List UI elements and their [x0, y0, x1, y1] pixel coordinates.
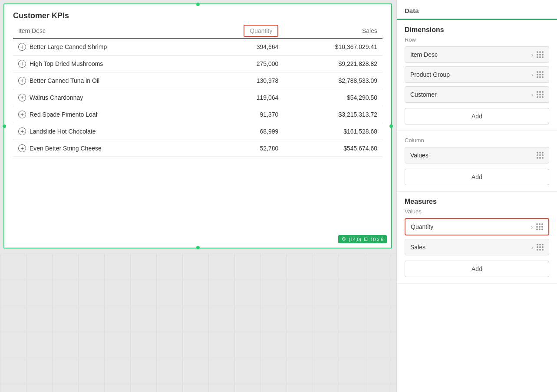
item-text: Even Better String Cheese: [30, 145, 102, 152]
quantity-controls: ›: [531, 223, 543, 230]
col-header-sales: Sales: [283, 24, 382, 38]
table-row[interactable]: +Even Better String Cheese52,780$545,674…: [13, 140, 382, 157]
size-text: 10 x 6: [370, 237, 383, 242]
table-cell-item: +Landslide Hot Chocolate: [13, 123, 199, 140]
column-add-button[interactable]: Add: [405, 169, 549, 185]
column-label: Column: [405, 137, 549, 144]
product-group-dimension[interactable]: Product Group ›: [405, 66, 549, 83]
quantity-grid-icon: [536, 223, 543, 230]
table-cell-sales: $545,674.60: [283, 140, 382, 157]
sales-grid-icon: [537, 244, 544, 251]
item-text: Red Spade Pimento Loaf: [30, 111, 97, 118]
resize-handle-left[interactable]: [3, 124, 6, 128]
table-cell-item: +Walrus Chardonnay: [13, 89, 199, 106]
position-text: (14,0): [349, 237, 361, 242]
measures-title: Measures: [405, 198, 549, 206]
expand-icon[interactable]: +: [18, 94, 26, 101]
table-cell-sales: $54,290.50: [283, 89, 382, 106]
expand-icon[interactable]: +: [18, 111, 26, 118]
expand-icon[interactable]: +: [18, 127, 26, 135]
gear-icon: ⚙: [342, 236, 346, 242]
quantity-chevron: ›: [531, 224, 533, 230]
product-group-label: Product Group: [410, 71, 450, 78]
table-cell-quantity: 52,780: [199, 140, 283, 157]
customer-dimension[interactable]: Customer ›: [405, 86, 549, 103]
table-row[interactable]: +Landslide Hot Chocolate68,999$161,528.6…: [13, 123, 382, 140]
values-controls: [537, 152, 544, 159]
customer-controls: ›: [531, 91, 544, 98]
dimensions-title: Dimensions: [405, 26, 549, 34]
values-dimension[interactable]: Values: [405, 147, 549, 163]
item-text: High Top Dried Mushrooms: [30, 60, 103, 67]
customer-label: Customer: [410, 91, 437, 98]
expand-icon[interactable]: +: [18, 77, 26, 85]
chart-title: Customer KPIs: [4, 4, 391, 24]
table-cell-quantity: 130,978: [199, 72, 283, 89]
resize-handle-right[interactable]: [389, 124, 393, 128]
table-row[interactable]: +Better Canned Tuna in Oil130,978$2,788,…: [13, 72, 382, 89]
item-desc-dimension[interactable]: Item Desc ›: [405, 46, 549, 63]
resize-handle-bottom[interactable]: [196, 246, 200, 249]
row-add-button[interactable]: Add: [405, 108, 549, 124]
resize-handle-top[interactable]: [196, 3, 200, 6]
values-label: Values: [410, 152, 428, 159]
item-desc-chevron: ›: [531, 52, 533, 58]
table-cell-quantity: 119,064: [199, 89, 283, 106]
col-header-item: Item Desc: [13, 24, 199, 38]
chart-widget[interactable]: Customer KPIs Item Desc Quantity Sales +…: [3, 3, 392, 248]
expand-icon[interactable]: +: [18, 144, 26, 152]
row-label: Row: [405, 36, 549, 43]
table-cell-sales: $3,215,313.72: [283, 106, 382, 123]
table-row[interactable]: +Better Large Canned Shrimp394,664$10,36…: [13, 38, 382, 56]
grid-canvas: [0, 254, 396, 392]
quantity-label: Quantity: [411, 223, 433, 230]
table-row[interactable]: +Walrus Chardonnay119,064$54,290.50: [13, 89, 382, 106]
item-text: Landslide Hot Chocolate: [30, 128, 96, 135]
table-cell-quantity: 68,999: [199, 123, 283, 140]
customer-chevron: ›: [531, 91, 533, 98]
measures-values-label: Values: [405, 208, 549, 215]
sales-label: Sales: [410, 244, 425, 251]
table-cell-item: +Better Canned Tuna in Oil: [13, 72, 199, 89]
main-canvas: Customer KPIs Item Desc Quantity Sales +…: [0, 0, 396, 392]
quantity-measure[interactable]: Quantity ›: [405, 218, 549, 235]
resize-icon: ⊡: [364, 236, 368, 242]
table-cell-sales: $161,528.68: [283, 123, 382, 140]
product-group-chevron: ›: [531, 72, 533, 78]
measures-add-button[interactable]: Add: [405, 261, 549, 277]
table-cell-item: +Red Spade Pimento Loaf: [13, 106, 199, 123]
table-cell-sales: $9,221,828.82: [283, 56, 382, 72]
table-cell-quantity: 91,370: [199, 106, 283, 123]
item-text: Walrus Chardonnay: [30, 94, 83, 101]
item-desc-controls: ›: [531, 51, 544, 58]
values-grid-icon: [537, 152, 544, 159]
col-header-quantity[interactable]: Quantity: [199, 24, 283, 38]
table-wrapper: Item Desc Quantity Sales +Better Large C…: [4, 24, 391, 157]
position-badge: ⚙ (14,0) ⊡ 10 x 6: [338, 235, 387, 243]
item-desc-grid-icon: [537, 51, 544, 58]
table-cell-item: +Even Better String Cheese: [13, 140, 199, 157]
sales-measure[interactable]: Sales ›: [405, 239, 549, 255]
table-cell-item: +High Top Dried Mushrooms: [13, 56, 199, 72]
expand-icon[interactable]: +: [18, 60, 26, 68]
data-table: Item Desc Quantity Sales +Better Large C…: [13, 24, 382, 157]
product-group-grid-icon: [537, 71, 544, 78]
item-text: Better Large Canned Shrimp: [30, 43, 107, 50]
product-group-controls: ›: [531, 71, 544, 78]
measures-section: Measures Values Quantity › Sales ›: [397, 192, 557, 284]
sidebar-data-label: Data: [397, 0, 557, 20]
right-sidebar: Data Dimensions Row Item Desc › Product …: [396, 0, 557, 392]
table-cell-quantity: 394,664: [199, 38, 283, 56]
expand-icon[interactable]: +: [18, 43, 26, 51]
table-cell-item: +Better Large Canned Shrimp: [13, 38, 199, 56]
table-cell-sales: $10,367,029.41: [283, 38, 382, 56]
sales-controls: ›: [531, 244, 544, 251]
table-row[interactable]: +Red Spade Pimento Loaf91,370$3,215,313.…: [13, 106, 382, 123]
column-section: Column Values Add: [397, 131, 557, 192]
table-cell-quantity: 275,000: [199, 56, 283, 72]
item-desc-label: Item Desc: [410, 51, 438, 58]
table-row[interactable]: +High Top Dried Mushrooms275,000$9,221,8…: [13, 56, 382, 72]
table-cell-sales: $2,788,533.09: [283, 72, 382, 89]
item-text: Better Canned Tuna in Oil: [30, 77, 99, 84]
customer-grid-icon: [537, 91, 544, 98]
